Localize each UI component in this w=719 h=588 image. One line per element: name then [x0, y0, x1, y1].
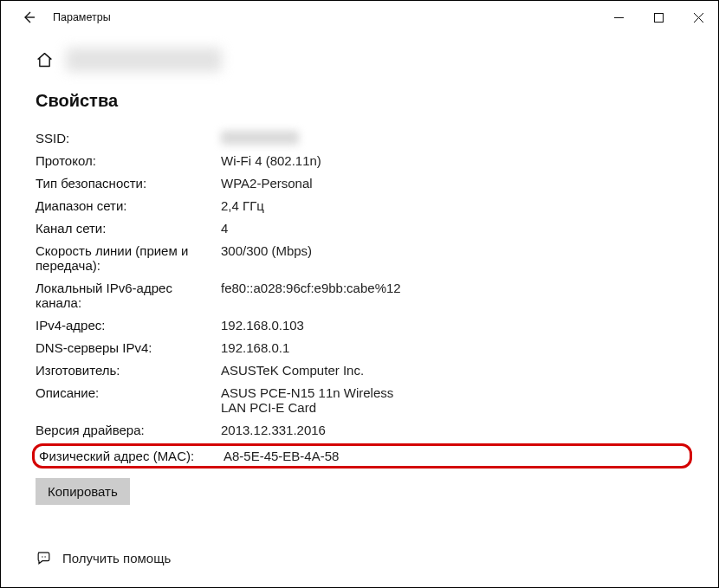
close-button[interactable]: [678, 1, 718, 34]
prop-channel: Канал сети: 4: [36, 216, 683, 239]
prop-value: Wi-Fi 4 (802.11n): [221, 153, 321, 168]
prop-label: Скорость линии (прием и передача):: [36, 243, 221, 273]
network-name-redacted: [66, 48, 222, 72]
prop-driver-version: Версия драйвера: 2013.12.331.2016: [36, 418, 683, 441]
prop-label: DNS-серверы IPv4:: [36, 340, 221, 355]
prop-value: WPA2-Personal: [221, 176, 313, 191]
prop-label: Версия драйвера:: [36, 423, 221, 437]
prop-value: 2013.12.331.2016: [221, 423, 326, 437]
prop-label: Изготовитель:: [36, 363, 221, 378]
prop-label: IPv4-адрес:: [36, 318, 221, 333]
prop-label: Канал сети:: [36, 221, 221, 236]
prop-mac-highlighted: Физический адрес (MAC): A8-5E-45-EB-4A-5…: [32, 443, 692, 468]
back-button[interactable]: [11, 1, 46, 34]
prop-label: Диапазон сети:: [36, 198, 221, 213]
home-icon[interactable]: [36, 51, 54, 69]
svg-point-6: [44, 556, 45, 557]
prop-label: SSID:: [36, 131, 221, 145]
prop-dns: DNS-серверы IPv4: 192.168.0.1: [36, 336, 683, 359]
prop-speed: Скорость линии (прием и передача): 300/3…: [36, 239, 683, 276]
prop-ssid: SSID:: [36, 126, 683, 149]
help-icon: [36, 550, 52, 566]
properties-list: SSID: Протокол: Wi-Fi 4 (802.11n) Тип бе…: [36, 126, 683, 505]
prop-value: fe80::a028:96cf:e9bb:cabe%12: [221, 281, 401, 295]
maximize-button[interactable]: [638, 1, 678, 34]
minimize-button[interactable]: [599, 1, 638, 34]
prop-label: Описание:: [36, 385, 221, 400]
arrow-left-icon: [22, 10, 36, 24]
svg-rect-2: [654, 13, 663, 22]
prop-value: 300/300 (Mbps): [221, 243, 312, 258]
prop-security: Тип безопасности: WPA2-Personal: [36, 171, 683, 194]
prop-label: Тип безопасности:: [36, 176, 221, 191]
prop-value: ASUSTeK Computer Inc.: [221, 363, 364, 378]
svg-point-5: [42, 556, 42, 557]
prop-label: Локальный IPv6-адрес канала:: [36, 281, 221, 310]
window-controls: [599, 1, 718, 34]
minimize-icon: [614, 13, 624, 23]
prop-label: Протокол:: [36, 153, 221, 168]
section-title: Свойства: [36, 91, 683, 111]
maximize-icon: [654, 13, 664, 23]
prop-value: 2,4 ГГц: [221, 198, 264, 213]
prop-ipv6-link-local: Локальный IPv6-адрес канала: fe80::a028:…: [36, 276, 683, 313]
prop-ipv4: IPv4-адрес: 192.168.0.103: [36, 313, 683, 336]
prop-value: 4: [221, 221, 228, 236]
window-title: Параметры: [53, 11, 111, 23]
close-icon: [694, 13, 703, 23]
prop-label: Физический адрес (MAC):: [36, 449, 223, 463]
prop-description: Описание: ASUS PCE-N15 11n Wireless LAN …: [36, 381, 683, 418]
prop-value: 192.168.0.103: [221, 318, 304, 333]
prop-manufacturer: Изготовитель: ASUSTeK Computer Inc.: [36, 359, 683, 381]
prop-value-redacted: [221, 131, 299, 145]
get-help-link[interactable]: Получить помощь: [36, 550, 171, 566]
get-help-label: Получить помощь: [62, 551, 171, 565]
prop-band: Диапазон сети: 2,4 ГГц: [36, 194, 683, 216]
prop-value: A8-5E-45-EB-4A-58: [223, 449, 339, 463]
prop-value: 192.168.0.1: [221, 340, 289, 355]
prop-protocol: Протокол: Wi-Fi 4 (802.11n): [36, 149, 683, 171]
copy-button[interactable]: Копировать: [36, 478, 130, 505]
content: Свойства SSID: Протокол: Wi-Fi 4 (802.11…: [1, 34, 718, 505]
prop-value: ASUS PCE-N15 11n Wireless LAN PCI-E Card: [221, 385, 422, 415]
titlebar: Параметры: [1, 1, 718, 34]
page-header: [36, 48, 683, 72]
